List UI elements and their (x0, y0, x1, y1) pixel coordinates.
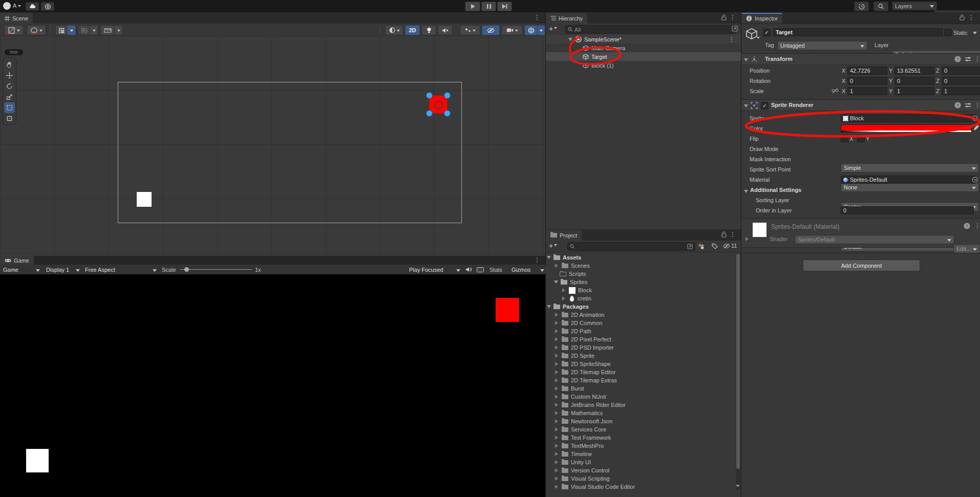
move-tool[interactable] (4, 70, 15, 81)
foldout-arrow-icon[interactable] (555, 362, 560, 366)
foldout-arrow-icon[interactable] (547, 305, 551, 310)
foldout-arrow-icon[interactable] (568, 38, 572, 43)
rect-tool-active[interactable] (4, 102, 15, 113)
package-folder-row[interactable]: JetBrains Rider Editor (546, 401, 736, 409)
grid-axis-button[interactable]: Y (55, 25, 68, 35)
package-folder-row[interactable]: TextMeshPro (546, 442, 736, 450)
search-by-label-icon[interactable] (711, 243, 719, 250)
object-picker-icon[interactable] (972, 115, 978, 121)
account-avatar[interactable] (3, 2, 11, 10)
package-folder-row[interactable]: Timeline (546, 450, 736, 458)
uniform-scale-link-icon[interactable] (832, 88, 839, 94)
rotation-y-input[interactable] (894, 77, 934, 85)
foldout-arrow-icon[interactable] (555, 468, 560, 472)
foldout-arrow-icon[interactable] (555, 370, 560, 374)
foldout-arrow-icon[interactable] (555, 485, 560, 489)
hidden-packages-count[interactable]: 11 (723, 243, 737, 249)
package-folder-row[interactable]: 2D Path (546, 327, 736, 335)
lock-icon[interactable] (960, 14, 965, 20)
help-icon[interactable]: ? (954, 102, 961, 109)
foldout-arrow-icon[interactable] (745, 237, 751, 241)
package-folder-row[interactable]: 2D Animation (546, 311, 736, 319)
foldout-arrow-icon[interactable] (547, 256, 551, 261)
scene-pivot-button[interactable] (27, 25, 46, 35)
foldout-arrow-icon[interactable] (555, 460, 560, 464)
package-folder-row[interactable]: 2D Sprite (546, 352, 736, 360)
hierarchy-item-target[interactable]: Target (546, 52, 741, 61)
flip-x-checkbox[interactable] (841, 135, 848, 142)
package-folder-row[interactable]: Newtonsoft Json (546, 417, 736, 425)
foldout-arrow-icon[interactable] (555, 395, 560, 399)
project-scrollbar-thumb[interactable] (736, 254, 740, 469)
material-menu[interactable]: ⋮ (974, 223, 980, 229)
object-name-input[interactable] (773, 28, 943, 36)
asset-row-block[interactable]: Block (546, 286, 736, 294)
active-checkbox[interactable]: ✓ (763, 29, 771, 36)
scale-tool[interactable] (4, 92, 15, 102)
object-picker-icon[interactable] (972, 177, 978, 183)
vsync-grid-button[interactable] (475, 266, 485, 273)
package-folder-row[interactable]: 2D SpriteShape (546, 360, 736, 368)
inspector-pane-menu[interactable]: ⋮ (968, 14, 974, 20)
create-button[interactable]: + (549, 25, 557, 32)
search-window-icon[interactable] (732, 26, 738, 32)
scene-audio-button[interactable] (438, 25, 453, 35)
scene-pane-menu[interactable]: ⋮ (534, 14, 540, 20)
draw-mode-dropdown[interactable]: Simple (841, 163, 979, 172)
flip-y-checkbox[interactable] (857, 135, 865, 142)
rotation-z-input[interactable] (942, 77, 980, 85)
color-swatch[interactable] (841, 124, 972, 133)
aspect-ratio-dropdown[interactable]: Free Aspect (82, 265, 160, 274)
scrollbar-down-arrow[interactable] (736, 485, 740, 489)
folder-row-scenes[interactable]: Scenes (546, 262, 736, 270)
game-view-mode-dropdown[interactable]: Game (0, 265, 43, 274)
asset-row-cretin[interactable]: cretin (546, 294, 736, 302)
foldout-arrow-icon[interactable] (555, 354, 560, 358)
foldout-arrow-icon[interactable] (555, 403, 560, 407)
shader-dropdown[interactable]: Sprites/Default (795, 235, 954, 244)
foldout-arrow-icon[interactable] (555, 452, 560, 456)
foldout-arrow-icon[interactable] (554, 280, 558, 286)
target-sprite-selected[interactable] (429, 95, 448, 114)
package-folder-row[interactable]: 2D PSD Importer (546, 343, 736, 352)
help-icon[interactable]: ? (964, 223, 970, 229)
game-viewport[interactable] (0, 274, 545, 497)
hierarchy-item-block-1[interactable]: Block (1) (546, 61, 741, 70)
grid-snap-dropdown[interactable] (90, 25, 98, 35)
package-folder-row[interactable]: Visual Studio Code Editor (546, 483, 736, 491)
package-folder-row[interactable]: 2D Tilemap Editor (546, 368, 736, 376)
material-preview-thumbnail[interactable] (753, 223, 766, 237)
package-folder-row[interactable]: Visual Scripting (546, 474, 736, 483)
stats-button[interactable]: Stats (489, 267, 502, 273)
snap-increment-button[interactable] (100, 25, 115, 35)
lock-icon[interactable] (721, 231, 727, 237)
foldout-arrow-icon[interactable] (555, 378, 560, 382)
pause-button[interactable] (481, 2, 496, 11)
position-x-input[interactable] (847, 67, 887, 75)
transform-header[interactable]: Transform ? ⋮ (741, 54, 980, 65)
play-focused-dropdown[interactable]: Play Focused (406, 265, 463, 274)
create-button[interactable]: + (549, 242, 557, 249)
cloud-button[interactable] (26, 2, 39, 11)
project-pane-menu[interactable]: ⋮ (730, 231, 736, 237)
component-enabled-checkbox[interactable]: ✓ (761, 102, 769, 110)
grid-snap-button[interactable] (78, 25, 90, 35)
scale-z-input[interactable] (942, 87, 980, 95)
position-y-input[interactable] (894, 67, 934, 75)
static-dropdown-icon[interactable] (973, 32, 977, 36)
tab-hierarchy[interactable]: Hierarchy (546, 13, 587, 24)
foldout-arrow-icon[interactable] (562, 296, 567, 300)
foldout-arrow-icon[interactable] (555, 411, 560, 415)
presets-icon[interactable] (965, 102, 971, 108)
foldout-arrow-icon[interactable] (555, 386, 560, 391)
presets-icon[interactable] (965, 56, 971, 62)
scale-y-input[interactable] (894, 87, 934, 95)
shader-edit-button[interactable]: Edit... (953, 244, 980, 253)
search-everywhere-button[interactable] (874, 2, 888, 11)
packages-root-row[interactable]: Packages (546, 302, 736, 311)
foldout-arrow-icon[interactable] (744, 104, 748, 110)
scale-slider[interactable] (180, 269, 252, 270)
project-search-input[interactable] (567, 242, 695, 251)
rect-handle-top-left[interactable] (426, 92, 433, 99)
search-window-icon[interactable] (687, 244, 693, 249)
